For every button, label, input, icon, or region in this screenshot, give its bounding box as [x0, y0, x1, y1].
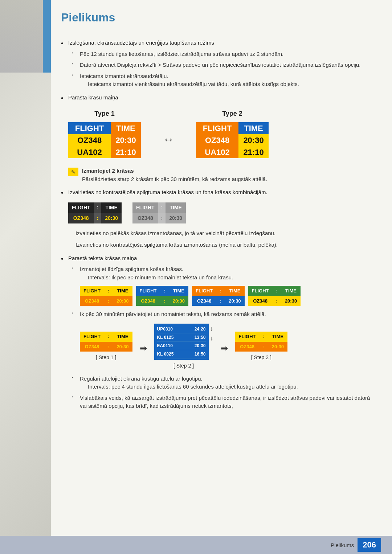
- cb3-flight-hdr: FLIGHT: [192, 286, 216, 296]
- sub-item-4-3-note: Intervāls: pēc 4 stundu ilgas lietošanas…: [88, 383, 377, 391]
- cb1-flight-val: OZ348: [80, 296, 104, 306]
- type2-time-header: TIME: [238, 122, 269, 134]
- cb1-colon2: :: [104, 296, 113, 306]
- sub-item-4-3: Regulāri attēlojiet ekrānā kustīgu attēl…: [72, 375, 377, 391]
- cb3-time-hdr: TIME: [225, 286, 244, 296]
- color-board-1: FLIGHT : TIME OZ348 : 20:30: [80, 286, 132, 306]
- note-text-1: Izmantojiet 2 krāsas Pārslēdzieties star…: [82, 167, 267, 183]
- dark-board-flight-val: OZ348: [68, 213, 94, 223]
- cb4-time-hdr: TIME: [281, 286, 301, 296]
- note-icon: ✎: [68, 168, 78, 176]
- cb2-colon1: :: [160, 286, 169, 296]
- type1-row2-flight: UA102: [68, 146, 111, 158]
- cb4-flight-val: OZ348: [248, 296, 273, 306]
- step1-label: [ Step 1 ]: [96, 354, 116, 361]
- steps-row: FLIGHT : TIME OZ348 : 20:30 [: [80, 324, 377, 370]
- page-title: Pielikums: [61, 11, 377, 24]
- step2-label: [ Step 2 ]: [173, 362, 194, 370]
- cb2-flight-hdr: FLIGHT: [136, 286, 160, 296]
- cb2-time-hdr: TIME: [169, 286, 188, 296]
- light-board-colon1: :: [158, 202, 166, 213]
- types-section: Type 1 FLIGHT TIME OZ348 20:30 UA102 21:: [68, 109, 377, 158]
- bullet-item-1: Izslēgšana, ekrānsaudzētājs un enerģijas…: [61, 39, 377, 89]
- type2-row2-time: 21:10: [238, 146, 269, 158]
- dark-board-time-hdr: TIME: [101, 202, 122, 213]
- color-board-2: FLIGHT : TIME OZ348 : 20:30: [136, 286, 189, 306]
- type2-row2-flight: UA102: [196, 146, 238, 158]
- step2-row-4: KL 0025 16:50: [157, 350, 206, 358]
- step2-content: UP0310 24:20 KL 0125 13:50 EA0110: [154, 324, 213, 360]
- type2-block: Type 2 FLIGHT TIME OZ348 20:30 UA102 21:: [196, 109, 269, 158]
- footer-label: Pielikums: [331, 542, 354, 548]
- bullet-item-4: Parastā teksta krāsas maiņa Izmantojiet …: [61, 254, 377, 410]
- step1-flight-val: OZ348: [80, 342, 104, 352]
- bullet-item-2: Parastā krāsu maiņa Type 1 FLIGHT TIME O…: [61, 94, 377, 184]
- step3-time-hdr: TIME: [268, 332, 287, 342]
- cb3-colon1: :: [216, 286, 225, 296]
- type2-table: FLIGHT TIME OZ348 20:30 UA102 21:10: [196, 122, 269, 158]
- cb4-time-val: 20:30: [281, 296, 301, 306]
- step3-time-val: 20:30: [268, 342, 287, 352]
- cb1-colon1: :: [104, 286, 113, 296]
- left-panel: [0, 0, 51, 554]
- type1-flight-header: FLIGHT: [68, 122, 111, 134]
- light-board-flight-hdr: FLIGHT: [132, 202, 158, 213]
- type-arrow: ↔: [163, 131, 174, 148]
- note-block-1: ✎ Izmantojiet 2 krāsas Pārslēdzieties st…: [68, 167, 377, 183]
- light-board-time-val: 20:30: [166, 213, 186, 223]
- cb1-time-hdr: TIME: [113, 286, 132, 296]
- sub-item-4-1-note: Intervāls: Ik pēc 30 minūtēm nomainiet t…: [88, 274, 377, 282]
- footer-page-number: 206: [358, 538, 381, 552]
- step3-board: FLIGHT : TIME OZ348 : 20:30: [235, 332, 288, 352]
- step2-row-3: EA0110 20:30: [157, 342, 206, 350]
- type2-row1-flight: OZ348: [196, 134, 238, 146]
- sub-item-4-2: Ik pēc 30 minūtēm pārvietojiet un nomain…: [72, 310, 377, 370]
- step2-arrow: ➡: [221, 342, 228, 355]
- sub-list-4: Izmantojiet līdzīga spilgtuma košas krās…: [72, 265, 377, 410]
- cb4-colon2: :: [273, 296, 281, 306]
- cb3-flight-val: OZ348: [192, 296, 216, 306]
- main-bullet-list: Izslēgšana, ekrānsaudzētājs un enerģijas…: [61, 39, 377, 410]
- dark-board-time-val: 20:30: [101, 213, 122, 223]
- sub-item-1-1: Pēc 12 stundu ilgas lietošanas, izslēdzi…: [72, 50, 377, 58]
- type2-row1-time: 20:30: [238, 134, 269, 146]
- dark-flight-board: FLIGHT : TIME OZ348 : 20:30: [68, 202, 122, 223]
- cb4-flight-hdr: FLIGHT: [248, 286, 273, 296]
- step3-block: FLIGHT : TIME OZ348 : 20:30 [: [235, 332, 288, 361]
- cb1-flight-hdr: FLIGHT: [80, 286, 104, 296]
- light-board-time-hdr: TIME: [166, 202, 186, 213]
- step1-block: FLIGHT : TIME OZ348 : 20:30 [: [80, 332, 132, 361]
- cb4-colon1: :: [273, 286, 281, 296]
- main-content: Pielikums Izslēgšana, ekrānsaudzētājs un…: [54, 0, 392, 441]
- type1-time-header: TIME: [111, 122, 141, 134]
- sub-item-4-4: Vislabākais veids, kā aizsargāt izstrādā…: [72, 394, 377, 410]
- cb2-time-val: 20:30: [169, 296, 188, 306]
- cb2-flight-val: OZ348: [136, 296, 160, 306]
- step2-row-2: KL 0125 13:50: [157, 333, 206, 342]
- dark-board-flight-hdr: FLIGHT: [68, 202, 94, 213]
- bullet3-note2: Izvairieties no kontrastējoša spilgtuma …: [75, 241, 377, 249]
- step1-time-val: 20:30: [113, 342, 132, 352]
- type2-label: Type 2: [222, 109, 242, 119]
- step2-board: UP0310 24:20 KL 0125 13:50 EA0110: [154, 324, 209, 360]
- step1-board: FLIGHT : TIME OZ348 : 20:30: [80, 332, 132, 352]
- step3-flight-hdr: FLIGHT: [235, 332, 260, 342]
- small-boards-row-1: FLIGHT : TIME OZ348 : 20:30 FLIGHT :: [68, 202, 377, 223]
- down-arrows: ↓ ↓: [210, 324, 213, 360]
- step2-row-1: UP0310 24:20: [157, 325, 206, 333]
- bullet-item-3: Izvairieties no kontrastējoša spilgtuma …: [61, 188, 377, 249]
- cb2-colon2: :: [160, 296, 169, 306]
- footer: Pielikums 206: [0, 536, 392, 554]
- step1-flight-hdr: FLIGHT: [80, 332, 104, 342]
- step2-block: UP0310 24:20 KL 0125 13:50 EA0110: [154, 324, 213, 370]
- light-flight-board: FLIGHT : TIME OZ348 : 20:30: [132, 202, 186, 223]
- bullet3-note1: Izvairieties no pelēkās krāsas izmantoša…: [75, 229, 377, 238]
- type1-block: Type 1 FLIGHT TIME OZ348 20:30 UA102 21:: [68, 109, 141, 158]
- color-boards-row: FLIGHT : TIME OZ348 : 20:30: [80, 286, 377, 306]
- light-board-colon2: :: [158, 213, 166, 223]
- step3-label: [ Step 3 ]: [251, 354, 271, 361]
- type1-table: FLIGHT TIME OZ348 20:30 UA102 21:10: [68, 122, 141, 158]
- type1-row2-time: 21:10: [111, 146, 141, 158]
- step3-flight-val: OZ348: [235, 342, 260, 352]
- cb3-time-val: 20:30: [225, 296, 244, 306]
